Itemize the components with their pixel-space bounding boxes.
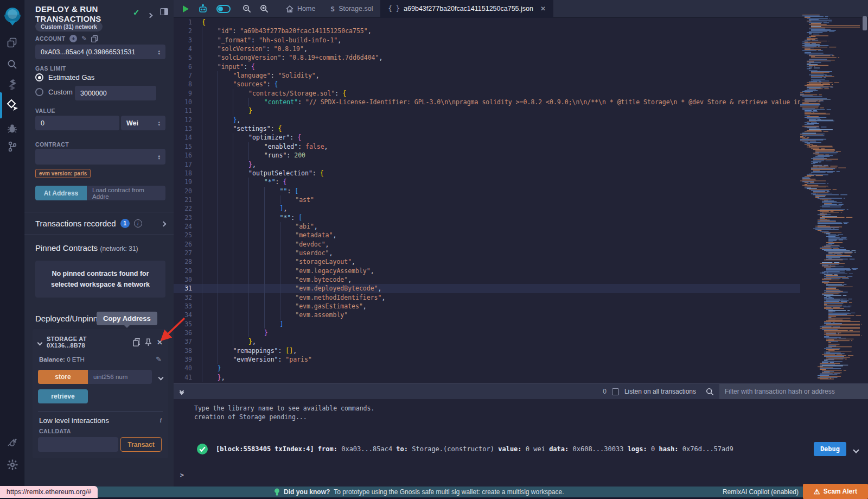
edit-balance-icon[interactable]: ✎ (156, 355, 162, 363)
code-line: 9 "contracts/Storage.sol": { (174, 89, 800, 98)
store-button[interactable]: store (38, 370, 88, 384)
success-check-icon (196, 443, 208, 455)
transactions-count-badge: 1 (120, 219, 130, 228)
code-line: 18 "outputSelection": { (174, 169, 800, 178)
terminal-toolbar: 0 Listen on all transactions Filter with… (174, 383, 868, 399)
transaction-log-row[interactable]: [block:5583405 txIndex:4] from: 0xa03...… (174, 442, 868, 456)
collapse-panel-icon[interactable] (148, 10, 152, 20)
tab-home[interactable]: Home (278, 0, 323, 18)
zoom-out-icon[interactable] (238, 0, 256, 18)
code-line: 1{ (174, 18, 800, 27)
copilot-status[interactable]: RemixAI Copilot (enabled) (723, 488, 799, 496)
value-input[interactable]: 0 (35, 116, 119, 130)
add-account-icon[interactable]: + (69, 35, 77, 42)
terminal-filter-input[interactable]: Filter with transaction hash or address (719, 384, 868, 400)
icon-rail (0, 0, 24, 499)
code-line: 39 "evmVersion": "paris" (174, 355, 800, 364)
listen-all-checkbox[interactable] (612, 388, 619, 395)
transactions-expand-icon[interactable] (162, 218, 165, 228)
low-level-label: Low level interactions (39, 416, 109, 425)
transaction-count: 0 (603, 388, 607, 395)
status-bar: Did you know? To prototype using the Gno… (0, 487, 868, 497)
low-level-info-icon[interactable]: i (159, 416, 162, 425)
code-line: 17 }, (174, 160, 800, 169)
expand-store-icon[interactable] (159, 372, 163, 382)
code-line: 38 "remappings": [], (174, 346, 800, 355)
zoom-in-icon[interactable] (256, 0, 273, 18)
evm-version-badge: evm version: paris (35, 169, 91, 178)
expand-terminal-icon[interactable] (180, 389, 183, 394)
file-explorer-icon[interactable] (0, 33, 24, 52)
run-script-icon[interactable] (178, 0, 194, 18)
at-address-button[interactable]: At Address (35, 186, 87, 200)
code-line: 32 "evm.methodIdentifiers", (174, 293, 800, 302)
sign-message-icon[interactable]: ✎ (81, 35, 87, 42)
custom-gas-input[interactable]: 3000000 (75, 86, 156, 100)
terminal-prompt[interactable]: > (174, 456, 868, 479)
deploy-run-panel: DEPLOY & RUN TRANSACTIONS ✓ Custom (31) … (24, 0, 174, 499)
ai-assistant-icon[interactable] (194, 0, 212, 18)
expand-log-icon[interactable] (854, 444, 858, 454)
code-line: 29 "evm.legacyAssembly", (174, 267, 800, 275)
editor-toolbar: Home S Storage.sol { } a69b43f277ba20fca… (174, 0, 868, 18)
code-line: 15 "enabled": false, (174, 142, 800, 151)
settings-gear-icon[interactable] (0, 455, 24, 475)
close-tab-icon[interactable]: ✕ (540, 5, 546, 12)
minimap[interactable] (799, 15, 862, 382)
tab-storage-sol[interactable]: S Storage.sol (323, 0, 380, 18)
tab-build-info-json[interactable]: { } a69b43f277ba20fcac141151250ca755.jso… (380, 0, 553, 18)
deploy-run-icon[interactable] (0, 96, 24, 115)
transactions-info-icon[interactable]: i (134, 219, 142, 228)
code-line: 20 "": [ (174, 187, 800, 195)
check-icon: ✓ (133, 8, 140, 17)
debug-button[interactable]: Debug (814, 442, 846, 456)
code-line: 5 "solcLongVersion": "0.8.19+commit.7dd6… (174, 53, 800, 62)
code-line: 16 "runs": 200 (174, 151, 800, 160)
plugin-manager-icon[interactable] (0, 432, 24, 451)
copilot-toggle[interactable] (212, 0, 235, 18)
estimated-gas-radio[interactable] (35, 73, 43, 81)
debugger-icon[interactable] (0, 118, 24, 138)
solidity-compiler-icon[interactable] (0, 75, 24, 94)
scam-alert-button[interactable]: ⚠ Scam Alert (803, 484, 868, 499)
search-icon[interactable] (0, 54, 24, 74)
pinned-empty-message: No pinned contracts found for selected w… (35, 261, 165, 298)
remix-logo-icon[interactable] (0, 3, 24, 29)
value-unit-select[interactable]: Wei ▴▾ (121, 116, 165, 130)
contract-label: CONTRACT (35, 141, 69, 148)
custom-gas-radio[interactable] (35, 88, 43, 96)
code-editor[interactable]: 1{2 "id": "a69b43f277ba20fcac141151250ca… (174, 18, 800, 383)
custom-gas-label: Custom (48, 88, 73, 96)
git-branch-icon[interactable] (0, 137, 24, 156)
code-line: 30 "evm.bytecode", (174, 275, 800, 284)
terminal-search-icon[interactable] (706, 388, 714, 396)
store-arg-input[interactable]: uint256 num (88, 370, 152, 384)
gas-limit-label: GAS LIMIT (35, 65, 66, 72)
code-line: 36 } (174, 329, 800, 337)
copy-account-icon[interactable] (91, 35, 98, 42)
code-line: 24 "abi", (174, 222, 800, 231)
account-stepper[interactable]: ▴▾ (158, 49, 160, 55)
at-address-input[interactable]: Load contract from Addre (87, 186, 165, 200)
code-line: 10 "content": "// SPDX-License-Identifie… (174, 98, 800, 106)
balance-value: 0 ETH (67, 356, 85, 363)
code-line: 21 "ast" (174, 195, 800, 204)
transact-button[interactable]: Transact (120, 437, 162, 452)
retrieve-button[interactable]: retrieve (38, 389, 88, 403)
terminal[interactable]: Type the library name to see available c… (174, 399, 868, 487)
code-line: 31 "evm.deployedBytecode", (174, 284, 800, 293)
code-line: 12 }, (174, 116, 800, 124)
warning-icon: ⚠ (814, 488, 820, 496)
pin-panel-icon[interactable] (160, 8, 168, 15)
editor-scrollbar[interactable] (863, 16, 867, 30)
estimated-gas-label: Estimated Gas (48, 73, 94, 81)
pinned-network-label: (network: 31) (100, 245, 138, 252)
pinned-contracts-title: Pinned Contracts (35, 243, 98, 252)
contract-collapse-icon[interactable] (38, 337, 42, 347)
contract-select[interactable]: ▴▾ (35, 149, 165, 165)
did-you-know-text: To prototype using the Gnosis safe multi… (334, 488, 564, 496)
account-select[interactable]: 0xA03...85ac4 (0.39866531531 ▴▾ (35, 45, 165, 59)
solidity-file-icon: S (330, 5, 335, 13)
calldata-input[interactable] (38, 437, 118, 452)
code-line: 27 "userdoc", (174, 249, 800, 257)
